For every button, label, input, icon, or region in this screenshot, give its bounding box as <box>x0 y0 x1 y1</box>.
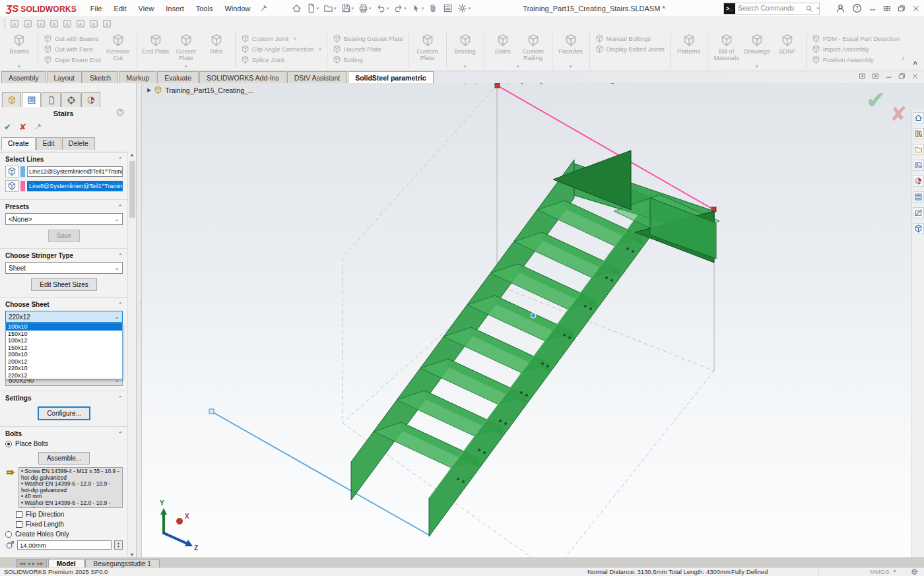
stringer-type-select[interactable]: Sheet⌄ <box>5 262 123 274</box>
fixed-length-checkbox[interactable]: Fixed Length <box>16 521 123 528</box>
ribbon-item-gusset-plate[interactable]: Gusset Plate <box>171 32 201 62</box>
section-view-button[interactable] <box>486 83 497 84</box>
user-button[interactable] <box>836 3 845 13</box>
qat-save-button[interactable]: ▾ <box>340 3 356 13</box>
edit-appearance-button[interactable] <box>574 83 584 84</box>
group-menu-arrow-icon[interactable]: ▾ <box>517 64 519 69</box>
menu-edit[interactable]: Edit <box>108 4 133 13</box>
bolt-stack-list[interactable]: • Screw EN 14399-4 - M12 x 35 - 10.9 - h… <box>18 467 123 508</box>
sheet-size-combo[interactable]: 220x12⌄ <box>5 311 123 323</box>
home-tab[interactable] <box>913 112 924 123</box>
menu-view[interactable]: View <box>133 4 160 13</box>
ribbon-item-end-plate[interactable]: End Plate <box>141 32 171 55</box>
tab-layout[interactable]: Layout <box>47 71 82 83</box>
doc-restore-button[interactable] <box>898 73 906 80</box>
diameter-input[interactable]: 14.00mm <box>17 540 112 550</box>
save-preset-button[interactable]: Save <box>48 230 81 242</box>
tab-solidworks-add-ins[interactable]: SOLIDWORKS Add-Ins <box>199 71 286 83</box>
create-holes-only-radio[interactable]: Create Holes Only <box>5 530 123 538</box>
group-menu-arrow-icon[interactable]: ▾ <box>464 64 467 69</box>
confirm-cancel-icon[interactable]: ✘ <box>890 104 907 124</box>
note-button[interactable]: A <box>10 19 19 28</box>
ribbon-item-haunch-plate[interactable]: Haunch Plate <box>331 45 405 53</box>
custom-properties-tab[interactable] <box>913 191 924 203</box>
collapse-chevron-icon[interactable]: ⌃ <box>117 395 123 402</box>
scrollbar-thumb[interactable] <box>129 161 135 218</box>
doc-close-button[interactable] <box>911 73 919 80</box>
doc-minimize-button[interactable] <box>885 73 892 80</box>
line2-input[interactable]: Line8@Systemlinien@Teil1^Training_P <box>27 181 123 191</box>
3d-scene[interactable]: Y Z X <box>142 83 924 558</box>
balloon-button[interactable]: A <box>23 19 32 28</box>
weld-symbol-button[interactable]: A <box>50 19 59 28</box>
design-library-tab[interactable] <box>913 128 924 139</box>
minimize-button[interactable] <box>869 5 876 13</box>
ribbon-item-bracing[interactable]: Bracing <box>450 32 480 55</box>
view-palette-tab[interactable] <box>913 160 924 171</box>
chevron-down-icon[interactable]: ▾ <box>319 47 321 52</box>
search-commands-box[interactable]: >_ Search Commands ▾ <box>723 3 820 15</box>
sheet-option-150x10[interactable]: 150x10 <box>6 331 122 338</box>
ribbon-item-bolting[interactable]: Bolting <box>331 55 405 64</box>
ribbon-item-splice-joint[interactable]: Splice Joint <box>239 55 323 64</box>
zoom-to-area-button[interactable] <box>456 83 467 84</box>
apply-scene-button[interactable]: ▾ <box>589 83 603 84</box>
ribbon-collapse-icon[interactable]: ^ <box>913 60 917 68</box>
surface-finish-button[interactable]: A <box>36 19 46 28</box>
units-selector[interactable]: MMGS <box>870 568 890 575</box>
group-menu-arrow-icon[interactable]: ▾ <box>570 64 572 69</box>
geometric-tolerance-button[interactable]: A <box>63 19 72 28</box>
tab-sketch[interactable]: Sketch <box>82 71 118 83</box>
sheet-option-200x10[interactable]: 200x10 <box>6 351 122 358</box>
appearances-scenes-tab[interactable] <box>913 176 924 187</box>
ribbon-item-pdm-equal-part-detection[interactable]: PDM - Equal Part Detection <box>810 34 902 43</box>
line-picker-cube-icon[interactable] <box>5 180 18 192</box>
datum-feature-button[interactable]: A <box>76 19 85 28</box>
qat-options-button[interactable]: ▾ <box>456 3 472 13</box>
collapse-chevron-icon[interactable]: ⌃ <box>117 302 123 308</box>
ok-check-icon[interactable]: ✔ <box>4 122 11 132</box>
qat-redo-button[interactable]: ▾ <box>392 3 408 13</box>
ribbon-item-import-assembly[interactable]: Import Assembly <box>810 45 902 53</box>
flip-direction-checkbox[interactable]: Flip Direction <box>16 511 123 518</box>
ribbon-item-clip-angle-connection[interactable]: Clip Angle Connection▾ <box>239 45 323 53</box>
ribbon-item-welded-assemblies[interactable]: Welded Assemblies <box>902 32 904 62</box>
sheet-option-100x10[interactable]: 100x10 <box>6 323 122 331</box>
file-explorer-tab[interactable] <box>913 144 924 155</box>
solidsteel-parts-tab[interactable] <box>913 223 924 234</box>
qat-print-button[interactable]: ▾ <box>357 3 373 13</box>
chevron-down-icon[interactable]: ▾ <box>317 6 319 11</box>
motion-study-tab[interactable]: Bewegungsstudie 1 <box>85 559 160 567</box>
group-menu-arrow-icon[interactable]: ▾ <box>185 64 187 69</box>
panel-scrollbar[interactable]: ▲ ▼ <box>127 152 136 558</box>
menu-window[interactable]: Window <box>218 4 256 13</box>
place-bolts-radio[interactable]: Place Bolts <box>5 440 123 447</box>
ribbon-item-bill-of-materials[interactable]: Bill of Materials <box>711 32 742 62</box>
solidsteel-parametric-tab[interactable] <box>913 207 924 218</box>
collapse-chevron-icon[interactable]: ⌃ <box>117 156 123 163</box>
show-left-pane-button[interactable] <box>859 73 866 80</box>
tab-markup[interactable]: Markup <box>119 71 156 83</box>
ribbon-item-custom-railing[interactable]: Custom Railing <box>518 32 548 62</box>
ribbon-item-patterns[interactable]: Patterns <box>674 32 704 55</box>
ribbon-item-cope-beam-end[interactable]: Cope Beam End <box>42 55 103 64</box>
ribbon-item-custom-joint[interactable]: Custom Joint▾ <box>239 34 323 43</box>
ribbon-item-ribs[interactable]: Ribs <box>201 32 232 55</box>
ribbon-item-cut-with-beams[interactable]: Cut with Beams <box>42 34 103 43</box>
graphics-viewport[interactable]: Y Z X ▶ Training_Part15_Creating_... ▾▾▾… <box>142 83 924 558</box>
view-settings-button[interactable]: ▾ <box>607 83 622 84</box>
qat-new-document-button[interactable]: ▾ <box>305 3 321 13</box>
next-tab-icon[interactable]: ▶ <box>32 561 36 565</box>
ribbon-item-sdnf[interactable]: SDNF <box>772 32 803 55</box>
tab-solidsteel-parametric[interactable]: SolidSteel parametric <box>348 71 433 83</box>
collapse-chevron-icon[interactable]: ⌃ <box>117 431 123 437</box>
ribbon-item-bearing-gusset-plate[interactable]: Bearing Gusset Plate <box>331 34 405 43</box>
help-button[interactable]: ? <box>852 3 862 13</box>
close-button[interactable] <box>912 5 920 13</box>
tab-scroll-buttons[interactable]: ◀◀ ◀ ▶ ▶▶ <box>16 559 47 567</box>
edit-sheet-sizes-button[interactable]: Edit Sheet Sizes <box>31 278 96 291</box>
configurationmanager-tab[interactable] <box>42 92 61 107</box>
cancel-x-icon[interactable]: ✘ <box>19 122 26 132</box>
ribbon-item-display-bolted-joints[interactable]: Display Bolted Joints <box>593 45 667 53</box>
spinner-buttons[interactable]: ▲▼ <box>114 540 123 550</box>
